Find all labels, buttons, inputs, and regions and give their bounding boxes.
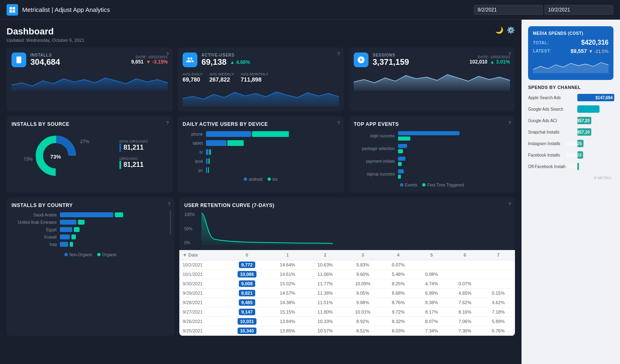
users-icon <box>183 52 197 67</box>
table-row: 9/29/20218,82114.57%11.38%9.05%8.68%6.99… <box>179 289 515 298</box>
active-users-value: 69,138 <box>201 57 226 67</box>
sessions-chart <box>354 71 510 91</box>
middle-row: ? INSTALLS BY SOURCE 73% 73% <box>7 116 515 193</box>
watermark: © METRIC <box>528 174 613 182</box>
mobile-icon <box>11 52 26 67</box>
retention-section: ? USER RETENTION CURVE (7-DAYS) 100% 50%… <box>179 198 515 336</box>
date-end[interactable] <box>545 5 613 15</box>
table-row: 9/25/202110,34013.85%10.57%8.51%8.03%7.3… <box>179 326 515 336</box>
avg-weekly-label: AVG.WEEKLY <box>209 72 234 76</box>
col-7: 7 <box>482 250 515 260</box>
channel-bar: $25,525 <box>577 140 610 147</box>
channel-name: Google Ads ACI <box>528 118 574 123</box>
svg-rect-2 <box>9 10 12 12</box>
last-updated: Updated: Wednesday, October 6, 2021 <box>7 38 85 43</box>
left-panel: Dashboard Updated: Wednesday, October 6,… <box>0 20 522 364</box>
channel-item: Google Ads ACI $57,20 <box>528 117 613 124</box>
sessions-icon <box>354 52 368 67</box>
date-start[interactable] <box>474 5 543 15</box>
table-row: 9/30/20219,00815.02%11.77%10.09%8.25%4.7… <box>179 279 515 289</box>
svg-rect-1 <box>13 7 15 9</box>
installs-label: INSTALLS <box>30 53 60 57</box>
right-panel: MEDIA SPENDS (COST) TOTAL: $420,316 LATE… <box>522 20 620 364</box>
latest-value: $9,557 <box>570 48 587 54</box>
col-date: ▼ Date <box>179 250 225 260</box>
installs-card: ? INSTALLS 304,684 DATE: 10/02/2021 9,65… <box>7 48 173 111</box>
organic-value: 81,211 <box>124 161 144 168</box>
installs-date-value: 9,651 <box>131 59 144 65</box>
channel-bar: $57,10 <box>577 128 610 136</box>
dau-device-card: ? DAILY ACTIVE USERS BY DEVICE phone tab… <box>178 116 344 193</box>
sessions-change: ▲ 3.01% <box>490 59 510 65</box>
installs-date-label: DATE: 10/02/2021 <box>131 55 168 59</box>
total-value: $420,316 <box>581 39 609 46</box>
help-icon-dau[interactable]: ? <box>337 121 340 125</box>
table-row: 10/1/202110,08614.61%11.06%9.60%5.48%0.0… <box>179 270 515 279</box>
channel-value: $25,525 <box>567 141 582 146</box>
help-icon-events[interactable]: ? <box>508 121 511 125</box>
installs-by-source-card: ? INSTALLS BY SOURCE 73% 73% <box>7 116 173 193</box>
header: Metricalist | Adjust App Analytics <box>0 0 620 20</box>
active-users-label: ACTIVE-USERS <box>201 53 250 57</box>
page-title: Dashboard <box>7 26 85 37</box>
channel-value: $57,20 <box>577 118 590 123</box>
avg-monthly-val: 711,898 <box>241 76 268 83</box>
sessions-date-label: DATE: 10/02/2021 <box>469 55 510 59</box>
col-1: 1 <box>269 250 307 260</box>
non-organic-value: 81,211 <box>124 144 144 151</box>
channel-item: Snapchat Installs $57,10 <box>528 128 613 136</box>
media-spends-chart <box>533 57 609 74</box>
channel-bar: $147,694 <box>577 94 610 101</box>
channel-name: Google Ads Search <box>528 107 574 111</box>
channel-bar <box>577 105 610 113</box>
channel-item: Google Ads Search <box>528 105 613 113</box>
retention-table-card: ▼ Date 0 1 2 3 4 5 6 7 <box>179 250 515 336</box>
organic-pct-center: 73% <box>50 153 61 159</box>
theme-icon[interactable]: 🌙 <box>495 26 503 34</box>
spends-by-channel: SPENDS BY CHANNEL Apple Search Ads $147,… <box>528 85 613 170</box>
channel-item: Off-Facebook Installs $1,571 <box>528 163 613 170</box>
retention-curve-chart <box>201 212 333 245</box>
installs-value: 304,684 <box>30 57 60 67</box>
spends-channel-title: SPENDS BY CHANNEL <box>528 85 613 90</box>
organic-pct-label: 73% <box>24 157 33 162</box>
settings-icon[interactable]: ⚙️ <box>507 26 515 34</box>
media-spends-card: MEDIA SPENDS (COST) TOTAL: $420,316 LATE… <box>528 26 613 80</box>
channel-name: Snapchat Installs <box>528 130 574 134</box>
media-spends-title: MEDIA SPENDS (COST) <box>533 31 609 36</box>
channel-bar: $22,623 <box>577 151 610 159</box>
date-range[interactable] <box>474 5 613 15</box>
active-users-card: ? ACTIVE-USERS 69,138 ▲ 4.66% <box>178 48 344 111</box>
channel-bar: $1,571 <box>577 163 610 170</box>
col-0: 0 <box>225 250 269 260</box>
avg-daily-val: 69,780 <box>183 76 203 83</box>
table-row: 9/27/20219,14715.15%11.80%10.01%9.72%8.1… <box>179 307 515 317</box>
col-4: 4 <box>382 250 415 260</box>
channel-item: Facebook Installs $22,623 <box>528 151 613 159</box>
help-icon-sessions[interactable]: ? <box>508 52 511 57</box>
help-icon-users[interactable]: ? <box>337 52 340 57</box>
avg-monthly-label: AVG.MONTHLY <box>241 72 268 76</box>
help-icon-country[interactable]: ? <box>168 202 170 207</box>
organic-label: ORGANIC <box>119 157 149 161</box>
table-row: 9/26/202110,03113.84%10.33%8.92%8.32%8.0… <box>179 317 515 326</box>
metric-cards-row: ? INSTALLS 304,684 DATE: 10/02/2021 9,65… <box>7 48 515 111</box>
country-chart: Saudi Arabia United Arab Emirates <box>11 212 169 247</box>
help-icon[interactable]: ? <box>166 52 169 57</box>
dau-chart: phone tablet tv <box>183 131 339 173</box>
avg-weekly-val: 267,822 <box>209 76 234 83</box>
channel-value: $57,10 <box>577 130 590 134</box>
active-users-change: ▲ 4.66% <box>230 59 250 65</box>
help-icon-source[interactable]: ? <box>166 121 169 125</box>
col-3: 3 <box>344 250 382 260</box>
channel-list: Apple Search Ads $147,694 Google Ads Sea… <box>528 94 613 170</box>
installs-by-country-title: INSTALLS BY COUNTRY <box>11 202 169 208</box>
non-organic-pct-label: 27% <box>80 139 89 144</box>
help-icon-retention[interactable]: ? <box>508 202 511 207</box>
avg-daily-label: AVG.DAILY <box>183 72 203 76</box>
latest-change: ▼ -21.5% <box>588 49 609 54</box>
retention-curve-card: ? USER RETENTION CURVE (7-DAYS) 100% 50%… <box>179 198 515 250</box>
col-2: 2 <box>307 250 344 260</box>
table-row: 10/2/20219,77214.64%10.63%5.83%0.07% <box>179 260 515 270</box>
installs-by-source-title: INSTALLS BY SOURCE <box>11 121 168 127</box>
